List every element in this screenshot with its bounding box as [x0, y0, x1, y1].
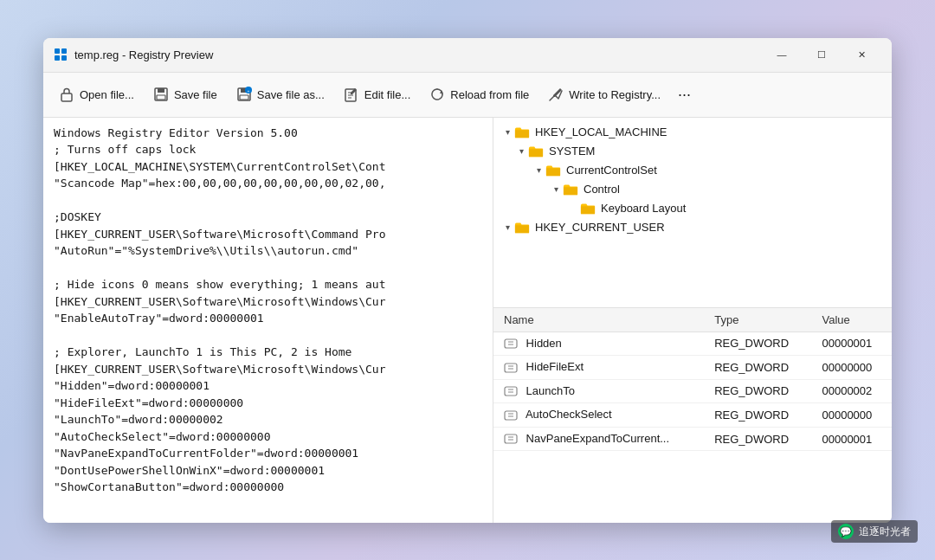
reg-dword-icon	[504, 432, 518, 446]
window-controls: — ☐ ✕	[762, 42, 881, 68]
svg-rect-30	[505, 434, 517, 443]
registry-table: Name Type Value Hidden	[493, 308, 892, 452]
svg-rect-6	[158, 88, 164, 93]
tree-item-control[interactable]: ▾ Control	[493, 180, 892, 199]
col-name: Name	[493, 308, 704, 332]
svg-rect-0	[55, 48, 60, 54]
cell-name: HideFileExt	[493, 356, 704, 380]
save-as-icon: +	[236, 87, 252, 102]
hkcu-label: HKEY_CURRENT_USER	[535, 221, 665, 234]
col-value: Value	[811, 308, 892, 332]
cell-name: AutoCheckSelect	[493, 403, 704, 428]
wechat-icon: 💬	[838, 524, 854, 539]
table-row[interactable]: Hidden REG_DWORD 00000001	[493, 331, 892, 356]
folder-icon	[580, 202, 596, 216]
chevron-down-icon: ▾	[514, 145, 528, 158]
system-label: SYSTEM	[549, 145, 595, 158]
cell-type: REG_DWORD	[704, 427, 811, 451]
reg-dword-icon	[504, 384, 518, 398]
folder-icon	[528, 145, 544, 158]
write-icon	[548, 87, 564, 102]
editor-content: Windows Registry Editor Version 5.00 ; T…	[54, 125, 482, 496]
reg-dword-icon	[504, 409, 518, 422]
svg-rect-2	[55, 55, 60, 61]
table-row[interactable]: HideFileExt REG_DWORD 00000000	[493, 356, 892, 380]
titlebar: temp.reg - Registry Preview — ☐ ✕	[43, 38, 892, 73]
write-to-registry-label: Write to Registry...	[569, 88, 661, 101]
svg-text:+: +	[247, 88, 249, 93]
table-row[interactable]: NavPaneExpandToCurrent... REG_DWORD 0000…	[493, 427, 892, 451]
tree-item-keyboard-layout[interactable]: ▾ Keyboard Layout	[493, 199, 892, 218]
close-button[interactable]: ✕	[842, 42, 881, 68]
save-file-as-label: Save file as...	[257, 88, 325, 101]
cell-value: 00000001	[811, 331, 892, 356]
edit-file-label: Edit file...	[364, 88, 410, 101]
maximize-button[interactable]: ☐	[802, 42, 842, 68]
editor-panel[interactable]: Windows Registry Editor Version 5.00 ; T…	[43, 118, 493, 523]
svg-rect-18	[505, 339, 517, 348]
svg-rect-21	[505, 364, 517, 372]
table-row[interactable]: AutoCheckSelect REG_DWORD 00000000	[493, 403, 892, 428]
lock-icon	[59, 87, 74, 102]
watermark: 💬 追逐时光者	[831, 520, 918, 543]
app-icon	[54, 48, 68, 61]
control-label: Control	[584, 183, 620, 196]
more-options-button[interactable]: ···	[671, 81, 698, 107]
save-file-button[interactable]: Save file	[145, 81, 226, 107]
svg-rect-24	[505, 387, 517, 396]
window-title: temp.reg - Registry Preview	[74, 48, 762, 61]
cell-type: REG_DWORD	[704, 331, 811, 356]
cell-value: 00000001	[811, 427, 892, 451]
chevron-down-icon: ▾	[500, 221, 514, 235]
cell-value: 00000000	[811, 356, 892, 380]
cell-name: NavPaneExpandToCurrent...	[493, 427, 704, 451]
registry-table-section: Name Type Value Hidden	[493, 308, 892, 523]
reload-from-file-button[interactable]: Reload from file	[421, 81, 538, 107]
tree-item-hklm[interactable]: ▾ HKEY_LOCAL_MACHINE	[493, 123, 892, 142]
folder-icon	[563, 183, 578, 196]
watermark-text: 追逐时光者	[859, 525, 911, 539]
reload-icon	[429, 87, 445, 102]
cell-name: LaunchTo	[493, 379, 704, 403]
tree-item-system[interactable]: ▾ SYSTEM	[493, 142, 892, 161]
cell-value: 00000000	[811, 403, 892, 428]
reg-dword-icon	[504, 361, 518, 375]
main-content: Windows Registry Editor Version 5.00 ; T…	[43, 118, 892, 523]
folder-icon	[514, 126, 530, 139]
svg-rect-7	[157, 95, 165, 100]
chevron-down-icon: ▾	[549, 183, 563, 196]
registry-preview-window: temp.reg - Registry Preview — ☐ ✕ Open f…	[43, 38, 892, 523]
tree-item-hkcu[interactable]: ▾ HKEY_CURRENT_USER	[493, 218, 892, 237]
keyboard-layout-label: Keyboard Layout	[601, 202, 686, 215]
svg-rect-10	[240, 95, 248, 100]
cell-value: 00000002	[811, 379, 892, 403]
save-file-label: Save file	[174, 88, 217, 101]
reg-dword-icon	[504, 337, 518, 351]
svg-rect-3	[61, 55, 67, 61]
folder-icon	[514, 221, 530, 235]
table-row[interactable]: LaunchTo REG_DWORD 00000002	[493, 379, 892, 403]
edit-file-button[interactable]: Edit file...	[335, 81, 419, 107]
reload-from-file-label: Reload from file	[450, 88, 529, 101]
open-file-label: Open file...	[80, 88, 134, 101]
cell-name: Hidden	[493, 331, 704, 356]
cell-type: REG_DWORD	[704, 356, 811, 380]
currentcontrolset-label: CurrentControlSet	[566, 164, 657, 177]
write-to-registry-button[interactable]: Write to Registry...	[539, 81, 669, 107]
minimize-button[interactable]: —	[762, 42, 802, 68]
hklm-label: HKEY_LOCAL_MACHINE	[535, 126, 667, 138]
folder-icon	[545, 164, 561, 177]
svg-rect-4	[61, 93, 72, 101]
edit-icon	[344, 87, 359, 102]
cell-type: REG_DWORD	[704, 379, 811, 403]
tree-item-currentcontrolset[interactable]: ▾ CurrentControlSet	[493, 161, 892, 180]
save-icon	[153, 87, 169, 102]
col-type: Type	[704, 308, 811, 332]
toolbar: Open file... Save file +	[43, 73, 892, 118]
save-file-as-button[interactable]: + Save file as...	[228, 81, 333, 107]
chevron-down-icon: ▾	[532, 164, 545, 177]
chevron-down-icon: ▾	[500, 126, 514, 139]
svg-rect-27	[505, 411, 517, 420]
registry-panel: ▾ HKEY_LOCAL_MACHINE ▾ SYSTEM	[493, 118, 892, 523]
open-file-button[interactable]: Open file...	[50, 81, 143, 107]
